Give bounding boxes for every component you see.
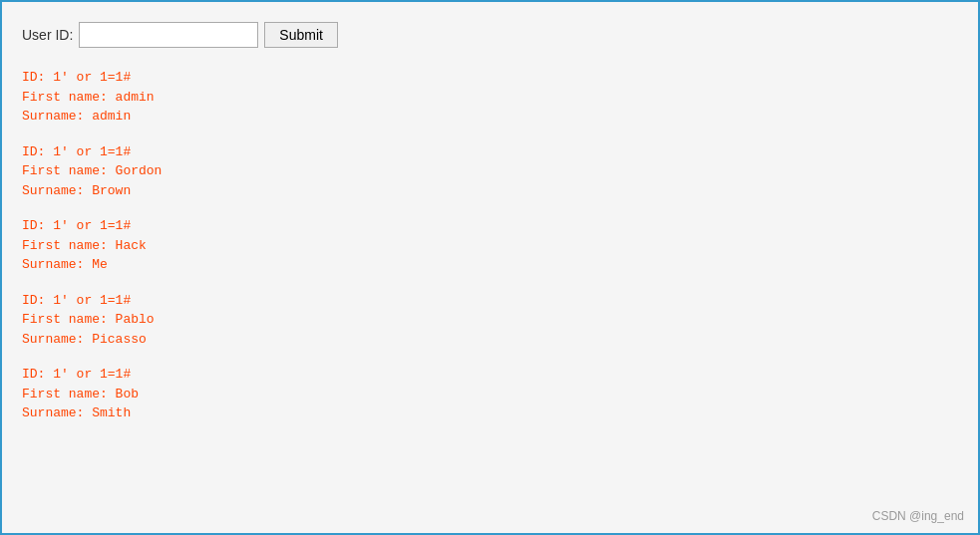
result-first-line: First name: admin [22, 88, 958, 108]
result-id-line: ID: 1' or 1=1# [22, 291, 958, 311]
result-first-line: First name: Pablo [22, 310, 958, 330]
main-container: User ID: Submit ID: 1' or 1=1#First name… [0, 0, 980, 535]
result-block: ID: 1' or 1=1#First name: HackSurname: M… [22, 216, 958, 275]
result-first-line: First name: Gordon [22, 161, 958, 181]
user-id-input[interactable] [79, 22, 258, 48]
result-id-line: ID: 1' or 1=1# [22, 216, 958, 236]
watermark: CSDN @ing_end [872, 509, 964, 523]
result-surname-line: Surname: admin [22, 107, 958, 127]
result-first-line: First name: Bob [22, 385, 958, 404]
result-block: ID: 1' or 1=1#First name: BobSurname: Sm… [22, 365, 958, 423]
result-first-line: First name: Hack [22, 236, 958, 256]
result-surname-line: Surname: Picasso [22, 330, 958, 350]
form-row: User ID: Submit [22, 22, 958, 48]
result-id-line: ID: 1' or 1=1# [22, 142, 958, 162]
result-surname-line: Surname: Me [22, 255, 958, 275]
result-block: ID: 1' or 1=1#First name: GordonSurname:… [22, 142, 958, 201]
result-surname-line: Surname: Smith [22, 403, 958, 423]
user-id-label: User ID: [22, 27, 73, 43]
result-block: ID: 1' or 1=1#First name: PabloSurname: … [22, 291, 958, 350]
results-area: ID: 1' or 1=1#First name: adminSurname: … [22, 68, 958, 423]
submit-button[interactable]: Submit [264, 22, 338, 48]
result-id-line: ID: 1' or 1=1# [22, 68, 958, 88]
result-id-line: ID: 1' or 1=1# [22, 365, 958, 385]
result-surname-line: Surname: Brown [22, 181, 958, 201]
result-block: ID: 1' or 1=1#First name: adminSurname: … [22, 68, 958, 127]
